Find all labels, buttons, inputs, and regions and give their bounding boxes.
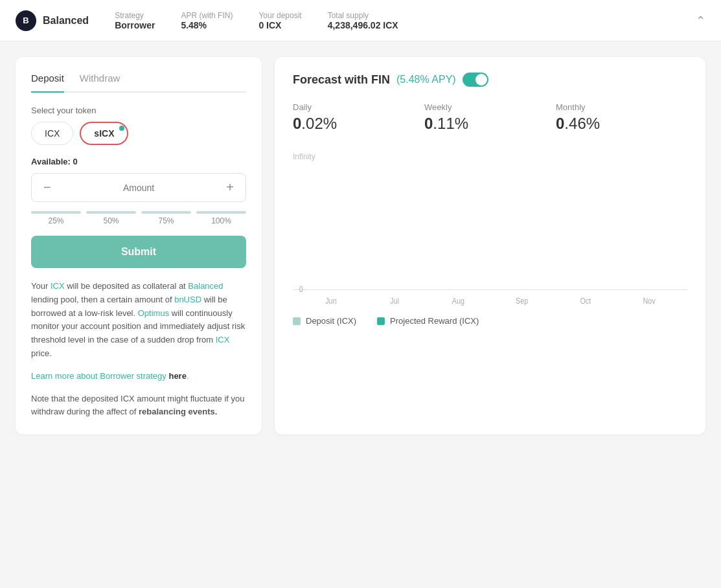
svg-text:0: 0 [299,285,303,293]
tab-bar: Deposit Withdraw [31,73,246,93]
svg-text:Aug: Aug [452,297,464,306]
token-sicx-button[interactable]: sICX [80,122,128,145]
increment-button[interactable]: + [223,180,236,195]
pct-75-item[interactable]: 75% [141,211,191,225]
header: B Balanced Strategy Borrower APR (with F… [0,0,721,41]
legend-reward: Projected Reward (ICX) [377,316,479,326]
deposit-value: 0 ICX [258,20,301,30]
deposit-legend-icon [293,317,301,325]
info-link: Learn more about Borrower strategy here. [31,370,246,383]
token-icx-button[interactable]: ICX [31,122,73,145]
pct-50-bar [86,211,136,214]
stats-row: Daily 0.02% Weekly 0.11% Monthly 0.46% [293,102,687,133]
supply-value: 4,238,496.02 ICX [328,20,398,30]
monthly-label: Monthly [556,102,687,112]
legend-deposit: Deposit (ICX) [293,316,356,326]
svg-text:Sep: Sep [516,297,528,306]
strategy-value: Borrower [115,20,155,30]
deposit-legend-label: Deposit (ICX) [306,316,356,326]
chart-area: Infinity Jun Jul Aug Sep Oct Nov 0 [293,152,687,321]
logo-icon: B [16,10,36,31]
select-token-label: Select your token [31,106,246,115]
pct-75-bar [141,211,191,214]
pct-100-label: 100% [211,216,231,225]
tab-withdraw[interactable]: Withdraw [80,73,120,93]
strategy-stat: Strategy Borrower [115,11,155,30]
main-content: Deposit Withdraw Select your token ICX s… [0,41,721,450]
deposit-label: Your deposit [258,11,301,20]
amount-input[interactable] [54,183,224,193]
forecast-apy: (5.48% APY) [396,74,456,85]
reward-legend-icon [377,317,385,325]
pct-100-item[interactable]: 100% [196,211,246,225]
logo-name: Balanced [43,15,89,27]
pct-100-bar [196,211,246,214]
decrement-button[interactable]: − [41,180,54,195]
supply-stat: Total supply 4,238,496.02 ICX [328,11,398,30]
chevron-up-icon[interactable]: ⌃ [696,14,705,28]
apr-stat: APR (with FIN) 5.48% [181,11,233,30]
svg-text:Oct: Oct [580,297,591,306]
content-grid: Deposit Withdraw Select your token ICX s… [16,57,705,435]
logo: B Balanced [16,10,89,31]
available-value: 0 [73,157,78,166]
pct-25-label: 25% [48,216,63,225]
forecast-toggle[interactable] [463,73,488,87]
percentage-row: 25% 50% 75% 100% [31,211,246,225]
pct-75-label: 75% [158,216,174,225]
weekly-value: 0.11% [424,115,556,133]
chart-legend: Deposit (ICX) Projected Reward (ICX) [293,316,687,326]
daily-value: 0.02% [293,115,424,133]
supply-label: Total supply [328,11,398,20]
token-selector: ICX sICX [31,122,246,145]
pct-50-label: 50% [103,216,119,225]
weekly-stat: Weekly 0.11% [424,102,556,133]
right-panel: Forecast with FIN (5.48% APY) Daily 0.02… [275,57,705,435]
pct-50-item[interactable]: 50% [86,211,136,225]
info-text: Your ICX will be deposited as collateral… [31,280,246,361]
svg-text:Jun: Jun [325,297,336,306]
apr-label: APR (with FIN) [181,11,233,20]
apr-value: 5.48% [181,20,233,30]
deposit-stat: Your deposit 0 ICX [258,11,301,30]
submit-button[interactable]: Submit [31,236,246,268]
svg-text:Nov: Nov [643,297,655,306]
strategy-label: Strategy [115,11,155,20]
chart-infinity-label: Infinity [293,152,315,161]
amount-input-row: − + [31,173,246,202]
daily-stat: Daily 0.02% [293,102,424,133]
monthly-stat: Monthly 0.46% [556,102,687,133]
note-text: Note that the deposited ICX amount might… [31,392,246,420]
left-panel: Deposit Withdraw Select your token ICX s… [16,57,262,435]
weekly-label: Weekly [424,102,556,112]
forecast-title: Forecast with FIN [293,73,390,87]
tab-deposit[interactable]: Deposit [31,73,64,93]
forecast-header: Forecast with FIN (5.48% APY) [293,73,687,87]
chart-svg: Jun Jul Aug Sep Oct Nov 0 [293,165,687,308]
svg-text:Jul: Jul [390,297,399,306]
available-label: Available: 0 [31,157,246,166]
pct-25-bar [31,211,81,214]
daily-label: Daily [293,102,424,112]
learn-more-link[interactable]: Learn more about Borrower strategy here. [31,371,189,381]
monthly-value: 0.46% [556,115,687,133]
pct-25-item[interactable]: 25% [31,211,81,225]
reward-legend-label: Projected Reward (ICX) [390,316,479,326]
